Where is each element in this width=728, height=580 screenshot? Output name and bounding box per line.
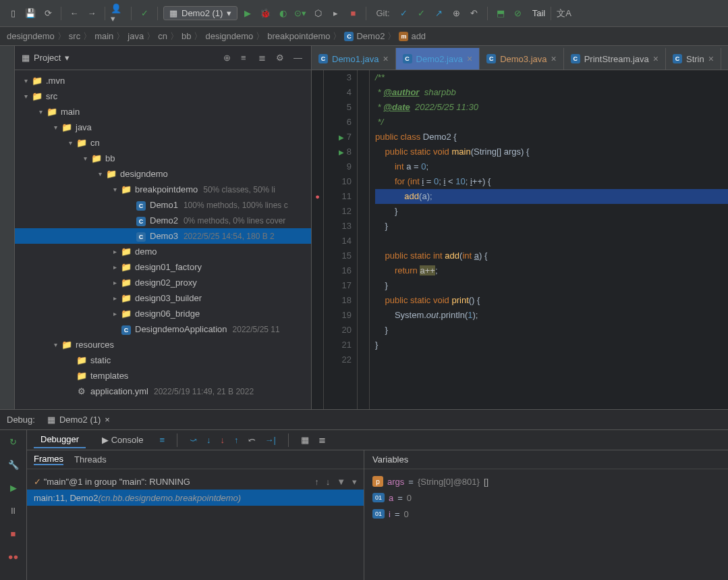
next-frame-icon[interactable]: ↓ xyxy=(326,477,331,487)
step-icon[interactable]: ▸ xyxy=(328,6,343,21)
bc-item[interactable]: add xyxy=(411,31,426,41)
bc-item[interactable]: Demo2 xyxy=(356,31,385,41)
coverage-icon[interactable]: ◐ xyxy=(275,6,290,21)
revert-icon[interactable]: ↶ xyxy=(467,6,482,21)
bc-item[interactable]: designdemo xyxy=(7,31,55,41)
variable-row[interactable]: 01i = 0 xyxy=(372,506,720,522)
debug-icon[interactable]: 🐞 xyxy=(258,6,273,21)
breakpoints-icon[interactable]: ●● xyxy=(6,549,21,564)
force-step-icon[interactable]: ↓ xyxy=(221,435,225,445)
project-tree[interactable]: ▾📁.mvn▾📁src▾📁main▾📁java▾📁cn▾📁bb▾📁designd… xyxy=(15,70,311,409)
evaluate-icon[interactable]: ▦ xyxy=(301,435,309,445)
hide-icon[interactable]: — xyxy=(293,53,304,63)
tree-item[interactable]: ▾📁.mvn xyxy=(15,73,311,88)
collapse-icon[interactable]: ≣ xyxy=(258,53,269,63)
bc-item[interactable]: java xyxy=(128,31,144,41)
tree-item[interactable]: ▾📁breakpointdemo50% classes, 50% li xyxy=(15,182,311,197)
project-tool-tab[interactable] xyxy=(0,46,15,409)
code-editor[interactable]: /** * @author sharpbb * @date 2022/5/25 … xyxy=(370,70,728,409)
breakpoint-gutter[interactable]: ● xyxy=(312,70,324,409)
circle-icon[interactable]: ⊘ xyxy=(511,6,526,21)
translate-icon[interactable]: 文A xyxy=(557,6,571,21)
tree-item[interactable]: ▸📁design03_builder xyxy=(15,290,311,306)
bc-item[interactable]: main xyxy=(94,31,113,41)
git-pull-icon[interactable]: ✓ xyxy=(397,6,412,21)
filter-icon[interactable]: ▼ xyxy=(337,477,345,487)
threads-tab[interactable]: Threads xyxy=(74,454,107,465)
editor-tab[interactable]: CPrintStream.java× xyxy=(564,48,666,70)
tree-item[interactable]: ▾📁java xyxy=(15,120,311,135)
profile-icon[interactable]: ⊙▾ xyxy=(293,6,308,21)
tree-item[interactable]: CDemo20% methods, 0% lines cover xyxy=(15,213,311,228)
editor-tab[interactable]: CDemo3.java× xyxy=(480,48,564,70)
variable-row[interactable]: 01a = 0 xyxy=(372,490,720,506)
bc-item[interactable]: bb xyxy=(181,31,191,41)
run-icon[interactable]: ▶ xyxy=(240,6,255,21)
tree-item[interactable]: ▾📁src xyxy=(15,88,311,104)
user-icon[interactable]: 👤▾ xyxy=(111,6,125,21)
tree-item[interactable]: ▾📁resources xyxy=(15,337,311,352)
open-icon[interactable]: ▯ xyxy=(5,6,20,21)
close-icon[interactable]: × xyxy=(383,53,388,64)
git-history-icon[interactable]: ⊕ xyxy=(449,6,464,21)
tree-item[interactable]: ▾📁bb xyxy=(15,151,311,166)
save-icon[interactable]: 💾 xyxy=(23,6,38,21)
hammer-icon[interactable]: ✓ xyxy=(137,6,152,21)
tree-item[interactable]: CDemo32022/5/25 14:54, 180 B 2 xyxy=(15,228,311,244)
close-icon[interactable]: × xyxy=(653,53,659,64)
tree-item[interactable]: 📁templates xyxy=(15,368,311,384)
tree-item[interactable]: CDesigndemoApplication2022/5/25 11 xyxy=(15,321,311,337)
run-to-cursor-icon[interactable]: →| xyxy=(265,435,276,445)
run-config-selector[interactable]: ▦ Demo2 (1) ▾ xyxy=(163,6,237,20)
tree-item[interactable]: ▸📁design02_proxy xyxy=(15,275,311,290)
tree-item[interactable]: 📁static xyxy=(15,352,311,368)
drop-frame-icon[interactable]: ⤺ xyxy=(248,435,256,445)
git-commit-icon[interactable]: ✓ xyxy=(414,6,429,21)
modify-icon[interactable]: 🔧 xyxy=(6,457,21,472)
line-gutter[interactable]: 3456▶7▶8910111213141516171819202122 xyxy=(324,70,358,409)
editor-tab[interactable]: CDemo2.java× xyxy=(396,48,480,70)
fold-gutter[interactable] xyxy=(358,70,370,409)
step-into-icon[interactable]: ↓ xyxy=(206,435,211,445)
tree-item[interactable]: ▸📁design01_factory xyxy=(15,259,311,275)
expand-icon[interactable]: ≡ xyxy=(241,53,252,63)
bc-item[interactable]: designdemo xyxy=(205,31,253,41)
attach-icon[interactable]: ⬡ xyxy=(310,6,325,21)
tree-item[interactable]: ▾📁cn xyxy=(15,135,311,151)
console-tab[interactable]: ▶ Console xyxy=(95,432,150,448)
locate-icon[interactable]: ⊕ xyxy=(223,53,234,63)
show-exec-icon[interactable]: ≡ xyxy=(159,435,165,445)
forward-icon[interactable]: → xyxy=(84,6,99,21)
frames-tab[interactable]: Frames xyxy=(34,454,63,465)
trace-icon[interactable]: ≣ xyxy=(318,435,326,445)
git-push-icon[interactable]: ↗ xyxy=(432,6,447,21)
back-icon[interactable]: ← xyxy=(67,6,82,21)
tree-item[interactable]: ▾📁designdemo xyxy=(15,166,311,182)
step-over-icon[interactable]: ⤻ xyxy=(190,435,197,445)
close-icon[interactable]: × xyxy=(105,415,110,425)
more-icon[interactable]: ▾ xyxy=(352,477,357,487)
stack-frame[interactable]: main:11, Demo2 (cn.bb.designdemo.breakpo… xyxy=(27,490,364,506)
tree-item[interactable]: ▸📁design06_bridge xyxy=(15,306,311,321)
stop-icon[interactable]: ■ xyxy=(345,6,360,21)
bc-item[interactable]: cn xyxy=(158,31,167,41)
bc-item[interactable]: breakpointdemo xyxy=(267,31,330,41)
bc-item[interactable]: src xyxy=(69,31,80,41)
step-out-icon[interactable]: ↑ xyxy=(234,435,239,445)
close-icon[interactable]: × xyxy=(551,53,557,64)
settings-icon[interactable]: ⚙ xyxy=(276,53,287,63)
tree-item[interactable]: CDemo1100% methods, 100% lines c xyxy=(15,197,311,213)
tree-item[interactable]: ▸📁demo xyxy=(15,244,311,259)
rerun-icon[interactable]: ↻ xyxy=(6,434,21,449)
debugger-tab[interactable]: Debugger xyxy=(34,431,86,448)
resume-icon[interactable]: ▶ xyxy=(6,480,21,495)
tree-item[interactable]: ▾📁main xyxy=(15,104,311,120)
editor-tab[interactable]: CStrin× xyxy=(666,48,721,70)
close-icon[interactable]: × xyxy=(708,53,714,64)
project-title[interactable]: ▦ Project ▾ xyxy=(22,53,223,63)
stop-icon[interactable]: ■ xyxy=(6,526,21,541)
pause-icon[interactable]: ⏸ xyxy=(6,503,21,518)
tail-label[interactable]: Tail xyxy=(532,8,546,18)
thread-selector[interactable]: ✓ "main"@1 in group "main": RUNNING ↑ ↓ … xyxy=(27,473,364,490)
artifact-icon[interactable]: ⬒ xyxy=(493,6,508,21)
